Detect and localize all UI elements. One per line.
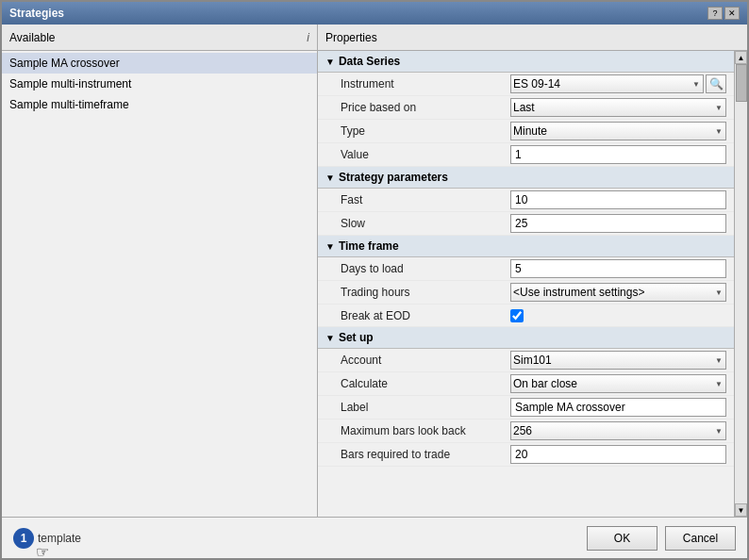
type-value: Minute	[510, 122, 726, 140]
instrument-wrapper: ES 09-14 🔍	[510, 74, 726, 93]
dialog-title: Strategies	[9, 7, 64, 20]
value-field	[510, 145, 726, 164]
instrument-value: ES 09-14 🔍	[510, 74, 726, 93]
properties-header: Properties	[318, 25, 747, 51]
trading-hours-value: <Use instrument settings>	[510, 283, 726, 302]
days-to-load-row: Days to load	[318, 257, 734, 281]
info-icon: i	[307, 31, 309, 44]
max-bars-value: 256	[510, 421, 726, 440]
template-label: template	[38, 532, 81, 545]
time-frame-section[interactable]: ▼ Time frame	[318, 236, 734, 257]
account-label: Account	[341, 354, 510, 367]
scrollbar[interactable]: ▲ ▼	[734, 51, 747, 517]
break-at-eod-row: Break at EOD	[318, 305, 734, 327]
slow-value	[510, 214, 726, 233]
properties-label: Properties	[325, 31, 377, 44]
value-input[interactable]	[510, 145, 726, 164]
calculate-value: On bar close	[510, 374, 726, 393]
type-label: Type	[341, 124, 510, 138]
fast-row: Fast	[318, 189, 734, 212]
calculate-label: Calculate	[341, 377, 510, 390]
list-item[interactable]: Sample MA crossover	[2, 53, 317, 74]
break-at-eod-value	[510, 309, 726, 322]
time-frame-label: Time frame	[339, 239, 399, 253]
fast-value	[510, 190, 726, 209]
bars-required-label: Bars required to trade	[341, 448, 510, 461]
value-row: Value	[318, 143, 734, 167]
data-series-label: Data Series	[339, 55, 400, 68]
strategies-list: Sample MA crossover Sample multi-instrum…	[2, 51, 317, 117]
set-up-section[interactable]: ▼ Set up	[318, 327, 734, 349]
label-row: Label	[318, 396, 734, 420]
cancel-button[interactable]: Cancel	[665, 526, 736, 551]
account-value: Sim101	[510, 351, 726, 370]
fast-input[interactable]	[510, 190, 726, 209]
trading-hours-select-wrapper: <Use instrument settings>	[510, 283, 726, 302]
max-bars-select-wrapper: 256	[510, 421, 726, 440]
account-select[interactable]: Sim101	[510, 351, 726, 370]
strategies-dialog: Strategies ? ✕ Available i Sample MA cro…	[0, 0, 749, 560]
instrument-select[interactable]: ES 09-14	[510, 74, 704, 93]
scroll-up-arrow[interactable]: ▲	[735, 51, 747, 64]
properties-scroll[interactable]: ▼ Data Series Instrument ES 09-14	[318, 51, 734, 517]
main-content: Available i Sample MA crossover Sample m…	[2, 25, 747, 517]
list-item[interactable]: Sample multi-timeframe	[2, 94, 317, 115]
set-up-label: Set up	[339, 331, 374, 344]
instrument-row: Instrument ES 09-14 🔍	[318, 73, 734, 96]
template-number-circle[interactable]: 1	[13, 528, 34, 549]
right-panel: Properties ▼ Data Series Instrument	[318, 25, 747, 517]
label-label: Label	[341, 401, 510, 414]
fast-label: Fast	[341, 193, 510, 206]
price-based-on-select[interactable]: Last	[510, 98, 726, 117]
ok-button[interactable]: OK	[587, 526, 657, 551]
bars-required-value	[510, 445, 726, 464]
break-at-eod-label: Break at EOD	[341, 309, 510, 322]
account-row: Account Sim101	[318, 349, 734, 372]
bars-required-row: Bars required to trade	[318, 443, 734, 467]
left-panel: Available i Sample MA crossover Sample m…	[2, 25, 318, 517]
trading-hours-row: Trading hours <Use instrument settings>	[318, 281, 734, 305]
scroll-thumb[interactable]	[736, 64, 747, 102]
type-select[interactable]: Minute	[510, 122, 726, 140]
checkbox-container	[510, 309, 726, 322]
days-to-load-value	[510, 259, 726, 278]
trading-hours-select[interactable]: <Use instrument settings>	[510, 283, 726, 302]
scroll-track[interactable]	[735, 64, 747, 503]
max-bars-select[interactable]: 256	[510, 421, 726, 440]
available-label: Available	[9, 31, 55, 44]
calculate-select-wrapper: On bar close	[510, 374, 726, 393]
close-button[interactable]: ✕	[724, 7, 740, 20]
type-row: Type Minute	[318, 120, 734, 143]
type-select-wrapper: Minute	[510, 122, 726, 140]
strategy-params-section[interactable]: ▼ Strategy parameters	[318, 167, 734, 189]
slow-label: Slow	[341, 217, 510, 230]
footer: 1 template ☞ OK Cancel	[2, 517, 747, 558]
price-based-on-value: Last	[510, 98, 726, 117]
account-select-wrapper: Sim101	[510, 351, 726, 370]
strategy-params-label: Strategy parameters	[339, 171, 448, 184]
title-bar: Strategies ? ✕	[2, 2, 747, 25]
list-item[interactable]: Sample multi-instrument	[2, 74, 317, 94]
calculate-select[interactable]: On bar close	[510, 374, 726, 393]
days-to-load-label: Days to load	[341, 262, 510, 275]
instrument-search-button[interactable]: 🔍	[706, 74, 726, 93]
help-button[interactable]: ?	[707, 7, 723, 20]
label-input[interactable]	[510, 398, 726, 417]
slow-row: Slow	[318, 212, 734, 236]
data-series-section[interactable]: ▼ Data Series	[318, 51, 734, 73]
price-based-on-row: Price based on Last	[318, 96, 734, 120]
bars-required-input[interactable]	[510, 445, 726, 464]
days-to-load-input[interactable]	[510, 259, 726, 278]
trading-hours-label: Trading hours	[341, 286, 510, 299]
title-bar-buttons: ? ✕	[707, 7, 740, 20]
value-label: Value	[341, 148, 510, 161]
scroll-down-arrow[interactable]: ▼	[735, 503, 747, 517]
max-bars-label: Maximum bars look back	[341, 424, 510, 437]
collapse-arrow: ▼	[325, 333, 335, 343]
slow-input[interactable]	[510, 214, 726, 233]
collapse-arrow: ▼	[325, 173, 335, 183]
price-select-wrapper: Last	[510, 98, 726, 117]
properties-content: ▼ Data Series Instrument ES 09-14	[318, 51, 747, 517]
break-at-eod-checkbox[interactable]	[510, 309, 524, 322]
max-bars-row: Maximum bars look back 256	[318, 420, 734, 443]
